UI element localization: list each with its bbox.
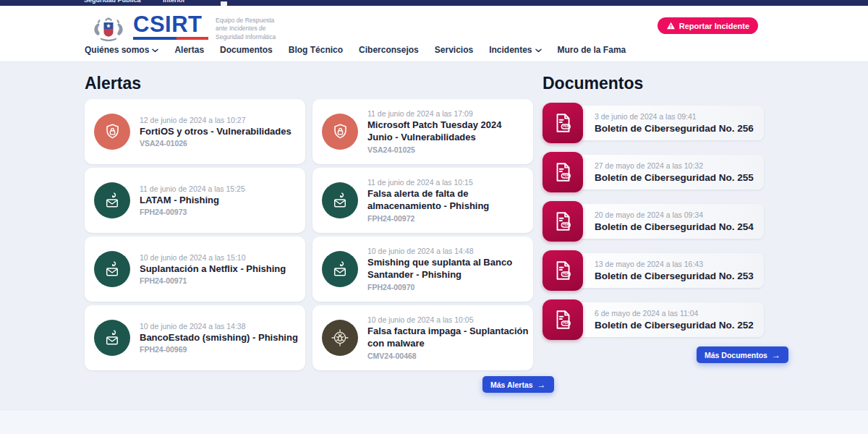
alert-code: FPH24-00973 [140, 208, 245, 216]
shield-lock-icon [94, 114, 130, 150]
alert-date: 11 de junio de 2024 a las 15:25 [140, 184, 245, 193]
phishing-hook-icon [322, 251, 358, 287]
document-item[interactable]: PDF 20 de mayo de 2024 a las 09:34 Bolet… [542, 201, 764, 242]
nav-item-incidentes[interactable]: Incidentes [489, 45, 541, 55]
nav-item-servicios[interactable]: Servicios [435, 45, 473, 55]
alert-title: LATAM - Phishing [140, 195, 245, 207]
nav-item-ciberconsejos[interactable]: Ciberconsejos [359, 45, 419, 55]
nav-item-documentos[interactable]: Documentos [220, 45, 273, 55]
alert-code: FPH24-00969 [140, 345, 298, 354]
chile-coat-of-arms-icon [90, 14, 127, 46]
phishing-hook-icon [94, 320, 130, 356]
more-alerts-button[interactable]: Más Alertas → [482, 376, 554, 393]
alerts-section-title: Alertas [85, 74, 141, 93]
alert-card[interactable]: 12 de junio de 2024 a las 10:27 FortiOS … [85, 99, 305, 164]
document-date: 27 de mayo de 2024 a las 10:32 [595, 161, 754, 170]
more-documents-button[interactable]: Más Documentos → [697, 346, 788, 363]
alert-title: FortiOS y otros - Vulnerabilidades [140, 126, 292, 138]
phishing-hook-icon [322, 182, 358, 218]
brand-tagline: Equipo de Respuesta ante Incidentes de S… [216, 17, 276, 41]
alert-title: Smishing que suplanta al Banco Santander… [367, 257, 529, 281]
report-incident-button[interactable]: Reportar Incidente [658, 17, 758, 34]
phishing-hook-icon [94, 182, 130, 218]
documents-section-title: Documentos [542, 74, 643, 93]
svg-text:PDF: PDF [563, 322, 569, 325]
government-logo-icon [221, 1, 227, 6]
alerts-grid: 12 de junio de 2024 a las 10:27 FortiOS … [85, 99, 533, 370]
alert-title: Falsa factura impaga - Suplantación con … [367, 326, 529, 350]
alert-date: 10 de junio de 2024 a las 14:48 [367, 247, 529, 255]
document-date: 6 de mayo de 2024 a las 11:04 [595, 309, 754, 318]
document-item[interactable]: PDF 13 de mayo de 2024 a las 16:43 Bolet… [542, 250, 764, 291]
alert-code: FPH24-00970 [367, 283, 529, 292]
chevron-down-icon [535, 48, 542, 53]
alert-card[interactable]: 11 de junio de 2024 a las 15:25 LATAM - … [85, 168, 305, 233]
alert-code: FPH24-00972 [367, 214, 529, 223]
alert-date: 11 de junio de 2024 a las 10:15 [367, 178, 529, 187]
pdf-file-icon: PDF [542, 152, 583, 192]
alert-code: FPH24-00971 [140, 276, 286, 285]
alert-card[interactable]: 10 de junio de 2024 a las 14:48 Smishing… [312, 237, 533, 302]
document-title: Boletín de Ciberseguridad No. 255 [595, 172, 754, 183]
shield-lock-icon [322, 114, 358, 150]
document-date: 3 de junio de 2024 a las 09:41 [595, 112, 754, 121]
document-date: 13 de mayo de 2024 a las 16:43 [595, 260, 754, 268]
government-topbar: Seguridad Pública Interior [0, 0, 868, 6]
svg-text:PDF: PDF [563, 174, 569, 177]
alert-code: CMV24-00468 [367, 352, 529, 360]
document-title: Boletín de Ciberseguridad No. 256 [595, 123, 754, 134]
document-title: Boletín de Ciberseguridad No. 254 [595, 221, 754, 232]
svg-text:PDF: PDF [563, 125, 569, 128]
pdf-file-icon: PDF [542, 250, 583, 291]
alert-date: 10 de junio de 2024 a las 10:05 [367, 315, 529, 324]
svg-text:PDF: PDF [563, 273, 569, 276]
alert-code: VSA24-01025 [367, 145, 529, 154]
phishing-hook-icon [94, 251, 130, 287]
alert-card[interactable]: 10 de junio de 2024 a las 10:05 Falsa fa… [312, 305, 533, 370]
nav-item-quienes-somos[interactable]: Quiénes somos [85, 45, 158, 55]
topbar-link-interior[interactable]: Interior [163, 0, 185, 4]
alert-date: 10 de junio de 2024 a las 15:10 [140, 253, 286, 262]
nav-item-blog-tecnico[interactable]: Blog Técnico [289, 45, 343, 55]
alert-date: 10 de junio de 2024 a las 14:38 [140, 322, 298, 331]
arrow-right-icon: → [537, 380, 546, 389]
next-section-strip [0, 409, 868, 434]
svg-text:PDF: PDF [563, 224, 569, 226]
chevron-down-icon [152, 48, 158, 53]
document-title: Boletín de Ciberseguridad No. 252 [595, 320, 754, 331]
malware-bug-icon [322, 320, 358, 356]
alert-title: Microsoft Patch Tuesday 2024 Junio - Vul… [367, 119, 529, 144]
pdf-file-icon: PDF [542, 103, 583, 143]
pdf-file-icon: PDF [542, 299, 583, 340]
alert-card[interactable]: 11 de junio de 2024 a las 10:15 Falsa al… [312, 168, 533, 233]
alert-title: Suplantación a Netflix - Phishing [140, 263, 286, 276]
brand-underline [133, 37, 208, 40]
alert-card[interactable]: 10 de junio de 2024 a las 14:38 BancoEst… [85, 305, 305, 370]
alert-title: BancoEstado (smishing) - Phishing [140, 332, 298, 344]
documents-list: PDF 3 de junio de 2024 a las 09:41 Bolet… [542, 103, 764, 340]
nav-item-muro-de-la-fama[interactable]: Muro de la Fama [558, 45, 626, 55]
document-item[interactable]: PDF 27 de mayo de 2024 a las 10:32 Bolet… [542, 152, 764, 192]
warning-triangle-icon [666, 22, 676, 30]
document-title: Boletín de Ciberseguridad No. 253 [595, 271, 754, 281]
document-date: 20 de mayo de 2024 a las 09:34 [595, 210, 754, 219]
alert-date: 12 de junio de 2024 a las 10:27 [140, 116, 292, 124]
csirt-homepage: Seguridad Pública Interior [0, 0, 868, 434]
document-item[interactable]: PDF 3 de junio de 2024 a las 09:41 Bolet… [542, 103, 764, 143]
alert-date: 11 de junio de 2024 a las 17:09 [367, 109, 529, 118]
pdf-file-icon: PDF [542, 201, 583, 242]
document-item[interactable]: PDF 6 de mayo de 2024 a las 11:04 Boletí… [542, 299, 764, 340]
nav-item-alertas[interactable]: Alertas [174, 45, 204, 55]
alert-code: VSA24-01026 [140, 139, 292, 148]
alert-card[interactable]: 11 de junio de 2024 a las 17:09 Microsof… [312, 99, 533, 164]
arrow-right-icon: → [772, 351, 780, 359]
brand-acronym: CSIRT [133, 13, 208, 35]
alert-title: Falsa alerta de falta de almacenamiento … [367, 188, 529, 213]
alert-card[interactable]: 10 de junio de 2024 a las 15:10 Suplanta… [85, 237, 305, 302]
site-header: CSIRT Equipo de Respuesta ante Incidente… [0, 6, 868, 62]
csirt-logo[interactable]: CSIRT Equipo de Respuesta ante Incidente… [90, 13, 276, 46]
topbar-link-seguridad-publica[interactable]: Seguridad Pública [84, 0, 141, 4]
main-nav: Quiénes somos Alertas Documentos Blog Té… [85, 45, 626, 55]
